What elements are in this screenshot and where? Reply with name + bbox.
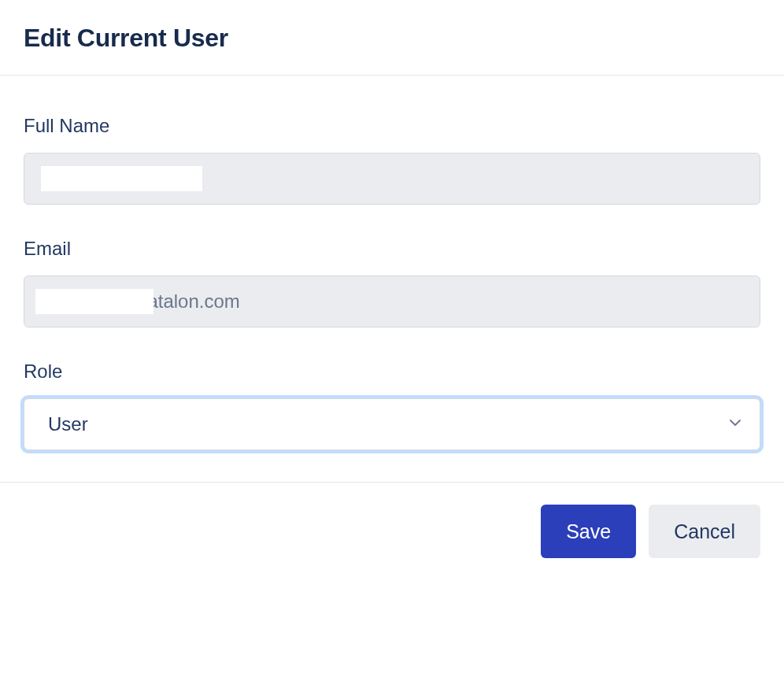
modal-title: Edit Current User <box>24 24 760 53</box>
role-select[interactable]: User <box>24 398 760 450</box>
role-selected-value: User <box>48 413 88 435</box>
full-name-input[interactable] <box>24 153 760 205</box>
full-name-label: Full Name <box>24 115 760 137</box>
modal-header: Edit Current User <box>0 0 784 76</box>
full-name-input-wrapper <box>24 153 760 205</box>
modal-body: Full Name Email Role User <box>0 76 784 482</box>
role-select-wrapper: User <box>24 398 760 450</box>
email-group: Email <box>24 238 760 327</box>
edit-user-modal: Edit Current User Full Name Email Role U… <box>0 0 784 580</box>
cancel-button[interactable]: Cancel <box>649 505 760 558</box>
role-group: Role User <box>24 361 760 450</box>
modal-footer: Save Cancel <box>0 482 784 580</box>
email-input-wrapper <box>24 276 760 327</box>
save-button[interactable]: Save <box>541 505 636 558</box>
email-label: Email <box>24 238 760 260</box>
role-label: Role <box>24 361 760 383</box>
email-input[interactable] <box>24 276 760 327</box>
full-name-group: Full Name <box>24 115 760 205</box>
